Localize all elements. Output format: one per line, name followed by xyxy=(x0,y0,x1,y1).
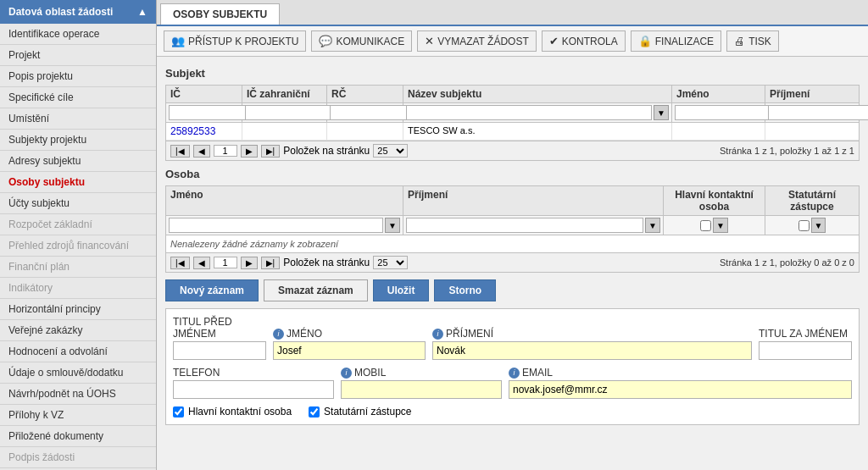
input-titul-za[interactable] xyxy=(759,341,852,360)
sidebar-item-horizontalni[interactable]: Horizontální principy xyxy=(0,299,156,320)
sidebar-item-hodnoceni[interactable]: Hodnocení a odvolání xyxy=(0,341,156,362)
sidebar-items: Identifikace operaceProjektPopis projekt… xyxy=(0,24,156,468)
sidebar-item-udaje[interactable]: Údaje o smlouvě/dodatku xyxy=(0,362,156,384)
last-page-btn[interactable]: ▶| xyxy=(261,145,281,158)
label-titul-pred: TITUL PŘED JMÉNEM xyxy=(173,316,266,340)
sidebar-item-prilozene[interactable]: Přiložené dokumenty xyxy=(0,426,156,447)
sidebar-item-adresy[interactable]: Adresy subjektu xyxy=(0,151,156,172)
form-row-names: TITUL PŘED JMÉNEM i JMÉNO i PŘÍJ xyxy=(173,316,852,360)
sidebar-item-identifikace[interactable]: Identifikace operace xyxy=(0,24,156,45)
filter-os-jmeno-input[interactable] xyxy=(169,218,383,233)
delete-record-button[interactable]: Smazat záznam xyxy=(264,279,368,301)
osoba-footer: |◀ ◀ ▶ ▶| Položek na stránku 25 50 100 S… xyxy=(166,252,859,272)
filter-jmeno: ▼ xyxy=(672,103,765,122)
sidebar-item-navrh[interactable]: Návrh/podnět na ÚOHS xyxy=(0,384,156,405)
sidebar-item-financni: Finanční plán xyxy=(0,257,156,278)
action-btn-tisk[interactable]: 🖨TISK xyxy=(726,30,779,52)
subjekt-page-info: Stránka 1 z 1, položky 1 až 1 z 1 xyxy=(720,146,854,156)
sidebar-item-subjekty[interactable]: Subjekty projektu xyxy=(0,130,156,151)
filter-os-statutarni-btn[interactable]: ▼ xyxy=(811,218,826,233)
sidebar-item-umisteni[interactable]: Umístění xyxy=(0,108,156,130)
cell-nazev: TESCO SW a.s. xyxy=(403,123,672,140)
tab-osoby-subjektu[interactable]: OSOBY SUBJEKTU xyxy=(160,3,280,25)
action-btn-pristup[interactable]: 👥PŘÍSTUP K PROJEKTU xyxy=(164,30,306,52)
action-btn-komunikace[interactable]: 💬KOMUNIKACE xyxy=(311,30,412,52)
first-page-btn[interactable]: |◀ xyxy=(170,145,190,158)
sidebar-item-popis[interactable]: Popis projektu xyxy=(0,66,156,87)
top-tab-bar: OSOBY SUBJEKTU xyxy=(157,0,868,26)
sidebar-item-specificke[interactable]: Specifické cíle xyxy=(0,87,156,108)
cb-statutarni-zastupce[interactable] xyxy=(309,406,320,417)
cb-hlavni-kontaktni[interactable] xyxy=(173,406,184,417)
filter-nazev-input[interactable] xyxy=(406,105,652,120)
sidebar-header[interactable]: Datová oblast žádosti ▲ xyxy=(0,0,156,24)
input-titul-pred[interactable] xyxy=(173,341,266,360)
sidebar-collapse-icon[interactable]: ▲ xyxy=(137,6,147,18)
sidebar-item-osoby[interactable]: Osoby subjektu xyxy=(0,172,156,193)
field-email: i EMAIL xyxy=(509,367,852,399)
col-os-prijmeni: Příjmení xyxy=(403,186,664,215)
sidebar: Datová oblast žádosti ▲ Identifikace ope… xyxy=(0,0,157,470)
osoba-first-page-btn[interactable]: |◀ xyxy=(170,257,190,269)
filter-nazev-btn[interactable]: ▼ xyxy=(654,105,669,120)
new-record-button[interactable]: Nový záznam xyxy=(165,279,259,301)
finalizace-label: FINALIZACE xyxy=(655,36,714,47)
filter-os-hlavni-btn[interactable]: ▼ xyxy=(713,218,728,233)
filter-os-hlavni-cb[interactable] xyxy=(700,220,711,231)
items-per-page-select[interactable]: 25 50 100 xyxy=(373,144,408,158)
col-os-jmeno: Jméno xyxy=(166,186,403,215)
label-jmeno: i JMÉNO xyxy=(273,328,426,340)
filter-os-prijmeni-input[interactable] xyxy=(406,218,643,233)
filter-ic: ▼ xyxy=(166,103,242,122)
form-row-contact: TELEFON i MOBIL i EMAIL xyxy=(173,367,852,399)
input-prijmeni[interactable] xyxy=(432,341,752,360)
sidebar-item-verejne[interactable]: Veřejné zakázky xyxy=(0,320,156,341)
sidebar-item-projekt[interactable]: Projekt xyxy=(0,45,156,66)
osoba-next-page-btn[interactable]: ▶ xyxy=(241,257,258,269)
field-prijmeni: i PŘÍJMENÍ xyxy=(432,328,752,360)
next-page-btn[interactable]: ▶ xyxy=(241,145,258,158)
action-btn-vymazat[interactable]: ✕VYMAZAT ŽÁDOST xyxy=(417,30,537,52)
subjekt-row-1[interactable]: 25892533 TESCO SW a.s. xyxy=(166,123,859,141)
sidebar-item-indikatory: Indikátory xyxy=(0,278,156,299)
sidebar-item-prilohy[interactable]: Přílohy k VZ xyxy=(0,405,156,426)
cell-jmeno xyxy=(672,123,765,140)
filter-os-prijmeni: ▼ xyxy=(403,216,664,235)
osoba-items-per-page-select[interactable]: 25 50 100 xyxy=(373,256,408,269)
filter-os-statutarni: ▼ xyxy=(765,216,859,235)
sidebar-item-ucty[interactable]: Účty subjektu xyxy=(0,193,156,214)
vymazat-icon: ✕ xyxy=(425,35,434,47)
cell-ic-zah xyxy=(242,123,327,140)
filter-ic-zah: ▼ xyxy=(242,103,327,122)
save-button[interactable]: Uložit xyxy=(373,279,430,301)
filter-os-jmeno: ▼ xyxy=(166,216,403,235)
osoba-prev-page-btn[interactable]: ◀ xyxy=(193,257,210,269)
filter-os-jmeno-btn[interactable]: ▼ xyxy=(385,218,400,233)
osoba-last-page-btn[interactable]: ▶| xyxy=(261,257,281,269)
input-jmeno[interactable] xyxy=(273,341,426,360)
filter-os-prijmeni-btn[interactable]: ▼ xyxy=(645,218,660,233)
osoba-page-input[interactable] xyxy=(214,257,237,268)
input-email[interactable] xyxy=(509,380,852,399)
filter-os-statutarni-cb[interactable] xyxy=(798,220,810,231)
label-telefon: TELEFON xyxy=(173,367,334,379)
action-btn-finalizace[interactable]: 🔒FINALIZACE xyxy=(631,30,721,52)
mobil-info-icon: i xyxy=(341,368,352,379)
cancel-button[interactable]: Storno xyxy=(434,279,496,301)
page-input[interactable] xyxy=(214,145,237,157)
ic-link[interactable]: 25892533 xyxy=(170,125,215,137)
action-btn-kontrola[interactable]: ✔KONTROLA xyxy=(542,30,626,52)
vymazat-label: VYMAZAT ŽÁDOST xyxy=(437,36,529,47)
label-hlavni-kontaktni: Hlavní kontaktní osoba xyxy=(173,406,292,417)
cell-prijmeni xyxy=(765,123,859,140)
filter-prijmeni-input[interactable] xyxy=(768,105,868,120)
prijmeni-info-icon: i xyxy=(432,329,443,340)
action-bar: 👥PŘÍSTUP K PROJEKTU💬KOMUNIKACE✕VYMAZAT Ž… xyxy=(157,26,868,57)
subjekt-grid: IČ IČ zahraniční RČ Název subjektu Jméno… xyxy=(165,85,860,161)
prev-page-btn[interactable]: ◀ xyxy=(193,145,210,158)
field-jmeno: i JMÉNO xyxy=(273,328,426,360)
input-telefon[interactable] xyxy=(173,380,334,399)
subjekt-grid-header: IČ IČ zahraniční RČ Název subjektu Jméno… xyxy=(166,86,859,103)
osoba-page-info: Stránka 1 z 1, položky 0 až 0 z 0 xyxy=(720,257,854,268)
input-mobil[interactable] xyxy=(341,380,502,399)
